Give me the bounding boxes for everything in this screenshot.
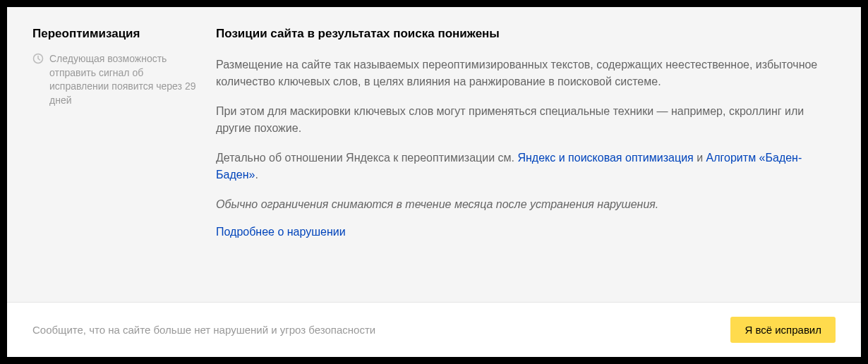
description-paragraph-1: Размещение на сайте так называемых перео… [216,56,836,90]
sidebar: Переоптимизация Следующая возможность от… [32,27,216,288]
paragraph3-prefix: Детально об отношении Яндекса к переопти… [216,152,517,164]
fixed-button[interactable]: Я всё исправил [730,317,836,343]
description-paragraph-3: Детально об отношении Яндекса к переопти… [216,150,836,183]
next-signal-info: Следующая возможность отправить сигнал о… [49,52,202,107]
card-footer: Сообщите, что на сайте больше нет наруше… [7,302,861,357]
card-content: Переоптимизация Следующая возможность от… [7,7,861,302]
paragraph3-suffix: . [255,169,258,181]
clock-icon [32,53,44,67]
description-paragraph-2: При этом для маскировки ключевых слов мо… [216,103,836,137]
main-content: Позиции сайта в результатах поиска пониж… [216,27,836,288]
violation-heading: Позиции сайта в результатах поиска пониж… [216,27,836,41]
sidebar-info: Следующая возможность отправить сигнал о… [32,52,202,107]
paragraph3-mid: и [694,152,706,164]
footer-hint: Сообщите, что на сайте больше нет наруше… [32,324,375,336]
yandex-seo-link[interactable]: Яндекс и поисковая оптимизация [517,152,693,164]
violation-type-title: Переоптимизация [32,27,202,41]
more-about-violation-link[interactable]: Подробнее о нарушении [216,226,346,238]
restriction-note: Обычно ограничения снимаются в течение м… [216,196,836,213]
violation-card: Переоптимизация Следующая возможность от… [7,7,861,357]
